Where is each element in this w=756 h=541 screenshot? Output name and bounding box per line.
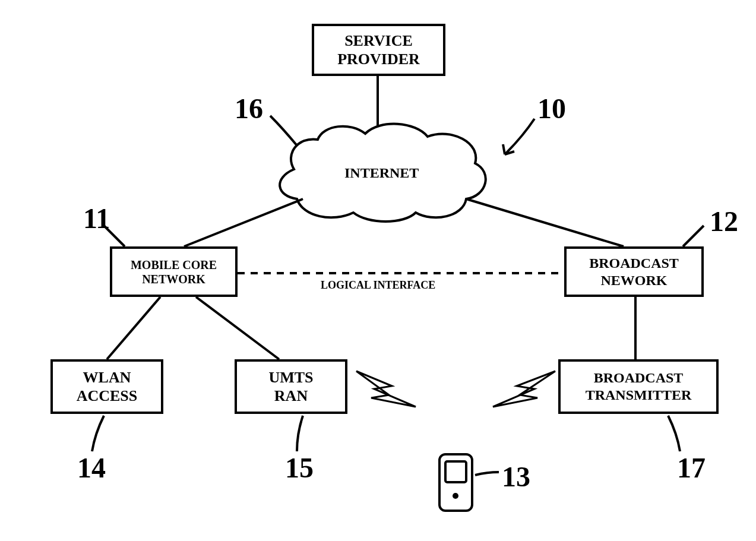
svg-line-1: [184, 199, 303, 246]
ref-11: 11: [83, 202, 110, 235]
internet-text: INTERNET: [344, 165, 419, 181]
ref-10: 10: [537, 92, 566, 125]
internet-cloud-label: INTERNET: [344, 165, 419, 181]
svg-line-4: [107, 297, 160, 359]
mobile-core-network-box: MOBILE CORE NETWORK: [110, 246, 238, 297]
mobile-phone-icon: [439, 454, 472, 511]
ref-15: 15: [285, 451, 314, 484]
umts-ran-box: UMTS RAN: [235, 359, 347, 414]
ref-14: 14: [77, 451, 106, 484]
svg-line-5: [196, 297, 279, 359]
broadcast-network-box: BROADCAST NEWORK: [564, 246, 704, 297]
ref-17: 17: [677, 451, 706, 484]
service-provider-box: SERVICE PROVIDER: [312, 24, 445, 76]
ref-12: 12: [710, 205, 738, 238]
wlan-access-box: WLAN ACCESS: [50, 359, 163, 414]
svg-line-2: [466, 199, 624, 246]
ref-16: 16: [235, 92, 263, 125]
ref-13: 13: [502, 460, 530, 493]
broadcast-transmitter-box: BROADCAST TRANSMITTER: [558, 359, 719, 414]
logical-interface-label: LOGICAL INTERFACE: [321, 279, 435, 292]
